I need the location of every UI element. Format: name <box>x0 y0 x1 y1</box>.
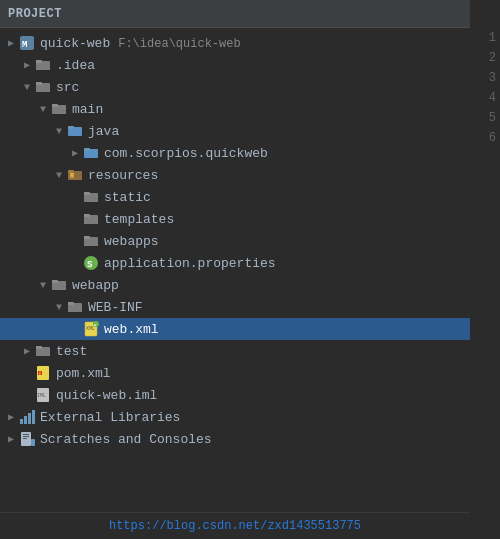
file-icon: XML W <box>82 321 100 337</box>
file-label: web.xml <box>104 322 159 337</box>
file-label: main <box>72 102 103 117</box>
svg-rect-55 <box>31 439 35 446</box>
file-label: WEB-INF <box>88 300 143 315</box>
file-icon <box>66 299 84 315</box>
file-icon <box>82 189 100 205</box>
file-icon <box>82 233 100 249</box>
panel-header: Project <box>0 0 470 28</box>
folder-blue-icon <box>67 123 83 139</box>
expand-arrow[interactable]: ▼ <box>52 302 66 313</box>
line-number: 2 <box>489 48 496 68</box>
file-label: pom.xml <box>56 366 111 381</box>
svg-text:m: m <box>38 369 42 377</box>
tree-item-web-inf[interactable]: ▼ WEB-INF <box>0 296 470 318</box>
tree-item-external-libraries[interactable]: ▶ External Libraries <box>0 406 470 428</box>
file-label: quick-webF:\idea\quick-web <box>40 36 241 51</box>
expand-arrow[interactable]: ▶ <box>20 59 34 71</box>
tree-item-quick-web-root[interactable]: ▶ M quick-webF:\idea\quick-web <box>0 32 470 54</box>
file-icon <box>34 79 52 95</box>
svg-rect-10 <box>52 104 58 107</box>
tree-item-scratches[interactable]: ▶ Scratches and Consoles <box>0 428 470 450</box>
svg-rect-53 <box>23 436 29 437</box>
expand-arrow[interactable]: ▶ <box>4 37 18 49</box>
tree-item-quick-web-iml[interactable]: IML quick-web.iml <box>0 384 470 406</box>
tree-item-java[interactable]: ▼ java <box>0 120 470 142</box>
module-icon: M <box>19 35 35 51</box>
project-panel: Project ▶ M quick-webF:\idea\quick-web ▶… <box>0 0 470 539</box>
tree-item-webapps[interactable]: webapps <box>0 230 470 252</box>
file-label: webapp <box>72 278 119 293</box>
folder-icon <box>35 57 51 73</box>
svg-rect-12 <box>68 126 74 129</box>
expand-arrow[interactable]: ▼ <box>36 280 50 291</box>
folder-icon <box>35 79 51 95</box>
file-label: application.properties <box>104 256 276 271</box>
file-icon <box>82 145 100 161</box>
expand-arrow[interactable]: ▼ <box>36 104 50 115</box>
svg-rect-52 <box>23 434 29 435</box>
file-icon <box>18 431 36 447</box>
file-icon <box>66 123 84 139</box>
line-number: 5 <box>489 108 496 128</box>
file-icon: R <box>66 167 84 183</box>
expand-arrow[interactable]: ▼ <box>52 170 66 181</box>
expand-arrow[interactable]: ▶ <box>68 147 82 159</box>
file-icon: S <box>82 255 100 271</box>
svg-rect-26 <box>84 236 90 239</box>
file-icon <box>34 57 52 73</box>
scratches-icon <box>19 431 35 447</box>
svg-rect-4 <box>36 60 42 63</box>
folder-icon <box>83 233 99 249</box>
expand-arrow[interactable]: ▶ <box>20 345 34 357</box>
svg-rect-49 <box>28 413 31 424</box>
file-icon: M <box>18 35 36 51</box>
file-label: templates <box>104 212 174 227</box>
svg-rect-14 <box>84 148 90 151</box>
file-label: webapps <box>104 234 159 249</box>
tree-item-templates[interactable]: templates <box>0 208 470 230</box>
svg-rect-48 <box>24 416 27 424</box>
svg-rect-7 <box>36 82 42 85</box>
tree-item-main[interactable]: ▼ main <box>0 98 470 120</box>
svg-rect-42 <box>36 346 42 349</box>
folder-icon <box>35 343 51 359</box>
footer-link[interactable]: https://blog.csdn.net/zxd1435513775 <box>0 512 470 539</box>
file-label: java <box>88 124 119 139</box>
tree-item-webapp[interactable]: ▼ webapp <box>0 274 470 296</box>
svg-rect-47 <box>20 419 23 424</box>
folder-icon <box>51 277 67 293</box>
file-label: static <box>104 190 151 205</box>
libraries-icon <box>19 409 35 425</box>
file-label: com.scorpios.quickweb <box>104 146 268 161</box>
tree-item-pom-xml[interactable]: m pom.xml <box>0 362 470 384</box>
tree-item-resources[interactable]: ▼ R resources <box>0 164 470 186</box>
svg-rect-54 <box>23 438 27 439</box>
svg-rect-50 <box>32 410 35 424</box>
file-icon <box>50 277 68 293</box>
expand-arrow[interactable]: ▶ <box>4 411 18 423</box>
expand-arrow[interactable]: ▶ <box>4 433 18 445</box>
svg-text:M: M <box>22 40 27 50</box>
file-label: quick-web.iml <box>56 388 157 403</box>
file-icon <box>50 101 68 117</box>
tree-item-static[interactable]: static <box>0 186 470 208</box>
file-label: src <box>56 80 79 95</box>
tree-item-idea[interactable]: ▶ .idea <box>0 54 470 76</box>
tree-item-web-xml[interactable]: XML W web.xml <box>0 318 470 340</box>
blog-url[interactable]: https://blog.csdn.net/zxd1435513775 <box>109 519 361 533</box>
svg-rect-20 <box>84 192 90 195</box>
file-icon: IML <box>34 387 52 403</box>
tree-item-application-properties[interactable]: S application.properties <box>0 252 470 274</box>
tree-item-test[interactable]: ▶ test <box>0 340 470 362</box>
svg-rect-31 <box>52 280 58 283</box>
tree-item-com-scorpios[interactable]: ▶ com.scorpios.quickweb <box>0 142 470 164</box>
expand-arrow[interactable]: ▼ <box>52 126 66 137</box>
panel-title: Project <box>8 7 62 21</box>
file-tree[interactable]: ▶ M quick-webF:\idea\quick-web ▶ .idea ▼ <box>0 28 470 512</box>
tree-item-src[interactable]: ▼ src <box>0 76 470 98</box>
line-number: 1 <box>489 28 496 48</box>
expand-arrow[interactable]: ▼ <box>20 82 34 93</box>
webxml-icon: XML W <box>83 321 99 337</box>
spring-icon: S <box>83 255 99 271</box>
file-icon: m <box>34 365 52 381</box>
